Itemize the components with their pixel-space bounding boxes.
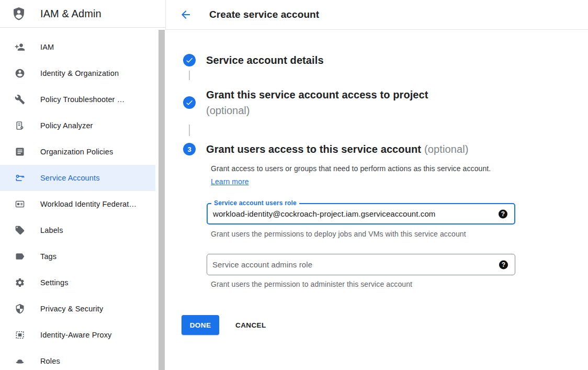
sidebar-scrollbar-thumb[interactable] [159, 30, 165, 370]
sidebar: IAM & Admin IAM Identity & Organization … [0, 0, 165, 370]
wrench-icon [15, 94, 25, 105]
step-2-check-icon [183, 96, 196, 109]
sidebar-item-service-accounts[interactable]: Service Accounts [0, 165, 155, 191]
sidebar-item-privacy-security[interactable]: Privacy & Security [0, 296, 155, 322]
sidebar-item-tags[interactable]: Tags [0, 243, 155, 270]
learn-more-link[interactable]: Learn more [211, 177, 249, 186]
create-service-account-form: Service account details Grant this servi… [165, 30, 588, 370]
step-3-optional-label: (optional) [424, 143, 468, 155]
sidebar-item-organization-policies[interactable]: Organization Policies [0, 139, 155, 165]
label-arrow-icon [15, 251, 25, 262]
shield-half-icon [15, 304, 25, 314]
step-3-number-badge: 3 [183, 143, 196, 155]
tag-icon [15, 225, 25, 236]
admins-role-helper-text: Grant users the permission to administer… [211, 280, 412, 288]
sidebar-item-settings[interactable]: Settings [0, 270, 155, 296]
sidebar-item-labels[interactable]: Labels [0, 217, 155, 243]
sidebar-item-label: Tags [40, 252, 56, 261]
step-3-title: Grant users access to this service accou… [206, 143, 468, 155]
done-button[interactable]: DONE [182, 315, 219, 335]
page-title: Create service account [209, 9, 319, 20]
sidebar-item-label: Workload Identity Federat… [40, 200, 137, 208]
step-1: Service account details [183, 54, 324, 66]
sidebar-item-label: Settings [40, 278, 69, 287]
sidebar-item-identity-organization[interactable]: Identity & Organization [0, 60, 155, 86]
person-add-icon [15, 42, 25, 52]
arrow-left-icon [179, 8, 192, 21]
main-panel: Create service account Service account d… [165, 0, 588, 370]
sidebar-item-label: IAM [40, 43, 54, 51]
sidebar-item-identity-aware-proxy[interactable]: Identity-Aware Proxy [0, 322, 155, 348]
sidebar-item-label: Identity & Organization [40, 69, 119, 77]
sidebar-item-label: Policy Analyzer [40, 121, 93, 130]
gear-icon [15, 277, 25, 288]
iam-admin-shield-icon [12, 6, 26, 21]
sidebar-item-policy-analyzer[interactable]: Policy Analyzer [0, 113, 155, 139]
sidebar-item-label: Roles [40, 357, 60, 365]
admins-role-input[interactable] [207, 254, 490, 275]
sidebar-item-iam[interactable]: IAM [0, 34, 155, 60]
sidebar-item-roles[interactable]: Roles [0, 348, 155, 370]
sidebar-item-label: Identity-Aware Proxy [40, 331, 112, 339]
users-role-input[interactable] [208, 204, 489, 223]
sidebar-item-workload-identity-federation[interactable]: Workload Identity Federat… [0, 191, 155, 217]
service-account-key-icon [15, 173, 25, 183]
help-icon[interactable]: ? [499, 260, 508, 269]
id-card-icon [15, 199, 25, 209]
step-2: Grant this service account access to pro… [183, 87, 428, 118]
back-button[interactable] [179, 8, 192, 21]
step-2-optional-label: (optional) [206, 103, 428, 118]
sidebar-nav: IAM Identity & Organization Policy Troub… [0, 28, 165, 370]
app-window: IAM & Admin IAM Identity & Organization … [0, 0, 588, 370]
hat-icon [15, 356, 25, 366]
sidebar-item-label: Service Accounts [40, 174, 100, 182]
sidebar-item-label: Organization Policies [40, 148, 113, 156]
page-header: Create service account [165, 0, 588, 30]
step-connector [189, 125, 190, 136]
users-role-field: Service account users role ? [207, 203, 515, 225]
users-role-helper-text: Grant users the permissions to deploy jo… [211, 230, 466, 238]
step-connector [189, 71, 190, 80]
sidebar-item-label: Policy Troubleshooter … [40, 95, 125, 104]
sidebar-item-label: Labels [40, 226, 63, 234]
sidebar-item-label: Privacy & Security [40, 305, 103, 313]
sidebar-header: IAM & Admin [0, 0, 165, 28]
step-3: 3 Grant users access to this service acc… [183, 143, 468, 155]
sidebar-item-policy-troubleshooter[interactable]: Policy Troubleshooter … [0, 86, 155, 113]
grant-access-description: Grant access to users or groups that nee… [211, 162, 505, 188]
admins-role-field: ? [207, 254, 515, 275]
product-name: IAM & Admin [40, 8, 101, 20]
step-1-title: Service account details [206, 54, 324, 66]
help-icon[interactable]: ? [499, 209, 507, 218]
step-2-title: Grant this service account access to pro… [206, 87, 428, 103]
proxy-grid-icon [15, 330, 25, 340]
article-icon [15, 147, 25, 157]
step-1-check-icon [183, 54, 196, 66]
cancel-button[interactable]: CANCEL [235, 315, 266, 335]
document-gear-icon [15, 120, 25, 131]
account-circle-icon [15, 68, 25, 79]
